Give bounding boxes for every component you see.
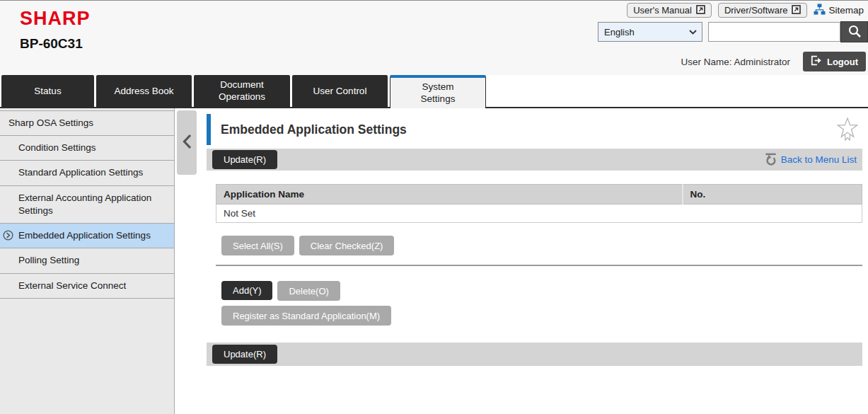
title-row: Embedded Application Settings bbox=[207, 114, 862, 145]
back-to-menu-label: Back to Menu List bbox=[781, 154, 857, 165]
sidebar-item-sharp-osa-settings[interactable]: Sharp OSA Settings bbox=[0, 110, 174, 135]
back-to-menu-link[interactable]: Back to Menu List bbox=[764, 152, 857, 168]
register-button-row: Register as Standard Application(M) bbox=[221, 306, 868, 326]
update-button-top[interactable]: Update(R) bbox=[212, 150, 277, 169]
sidebar-item-label: Embedded Application Settings bbox=[18, 230, 151, 241]
driver-software-button[interactable]: Driver/Software bbox=[718, 3, 808, 18]
circle-chevron-icon bbox=[3, 230, 13, 241]
tab-system-settings[interactable]: System Settings bbox=[390, 75, 486, 108]
search-input[interactable] bbox=[708, 22, 840, 42]
applications-table: Application Name No. Not Set bbox=[216, 184, 862, 223]
tab-bar: Status Address Book Document Operations … bbox=[0, 75, 868, 108]
sidebar-item-label: External Service Connect bbox=[18, 280, 126, 291]
language-select-wrap: English bbox=[598, 22, 702, 42]
clear-checked-button[interactable]: Clear Checked(Z) bbox=[299, 236, 395, 255]
top-toolbar: Update(R) Back to Menu List bbox=[207, 149, 862, 171]
sidebar-item-label: Sharp OSA Settings bbox=[8, 117, 93, 128]
tab-user-control-label: User Control bbox=[313, 86, 367, 96]
sidebar-item-embedded-application-settings[interactable]: Embedded Application Settings bbox=[0, 223, 174, 248]
sidebar-item-label: Standard Application Settings bbox=[18, 167, 143, 178]
tab-status-label: Status bbox=[34, 86, 61, 96]
user-name-value: Administrator bbox=[734, 57, 790, 67]
logout-label: Logout bbox=[827, 57, 858, 67]
selection-button-row: Select All(S) Clear Checked(Z) bbox=[221, 236, 868, 255]
logout-icon bbox=[811, 55, 822, 68]
sitemap-icon bbox=[814, 4, 826, 17]
header: SHARP BP-60C31 User's Manual Driver/Soft… bbox=[0, 1, 868, 75]
tab-system-settings-label: System Settings bbox=[410, 81, 466, 105]
column-no: No. bbox=[683, 185, 862, 205]
chevron-left-icon bbox=[182, 134, 192, 152]
select-all-button[interactable]: Select All(S) bbox=[221, 236, 294, 255]
users-manual-label: User's Manual bbox=[633, 5, 692, 16]
users-manual-button[interactable]: User's Manual bbox=[627, 3, 712, 18]
external-link-icon bbox=[696, 5, 705, 16]
user-row: User Name: Administrator Logout bbox=[681, 52, 866, 71]
user-name-text: User Name: Administrator bbox=[681, 57, 790, 67]
column-application-name: Application Name bbox=[216, 185, 683, 205]
tab-document-operations-label: Document Operations bbox=[214, 79, 270, 103]
update-button-bottom[interactable]: Update(R) bbox=[212, 345, 277, 364]
back-to-top-icon bbox=[764, 152, 777, 168]
delete-button[interactable]: Delete(O) bbox=[277, 281, 340, 301]
tab-document-operations[interactable]: Document Operations bbox=[194, 75, 290, 107]
sidebar-item-label: Polling Setting bbox=[18, 255, 79, 265]
sidebar-item-label: External Accounting Application Settings bbox=[18, 192, 151, 216]
sitemap-label: Sitemap bbox=[828, 5, 864, 16]
driver-software-label: Driver/Software bbox=[724, 5, 788, 16]
top-links: User's Manual Driver/Software Sitemap bbox=[627, 3, 864, 18]
language-select[interactable]: English bbox=[598, 22, 702, 42]
sidebar-item-condition-settings[interactable]: Condition Settings bbox=[0, 135, 174, 160]
table-row: Not Set bbox=[216, 205, 862, 223]
tab-user-control[interactable]: User Control bbox=[292, 75, 388, 107]
application-name-cell: Not Set bbox=[216, 205, 862, 223]
add-button-row: Add(Y) Delete(O) bbox=[221, 281, 868, 301]
logout-button[interactable]: Logout bbox=[803, 52, 866, 71]
favorite-star-icon[interactable] bbox=[837, 117, 858, 142]
user-name-label: User Name: bbox=[681, 57, 731, 67]
table-header-row: Application Name No. bbox=[216, 185, 862, 205]
language-search-row: English bbox=[598, 21, 868, 42]
sidebar-item-external-service-connect[interactable]: External Service Connect bbox=[0, 273, 174, 299]
sidebar-item-external-accounting-application-settings[interactable]: External Accounting Application Settings bbox=[0, 185, 174, 223]
sidebar-item-label: Condition Settings bbox=[18, 142, 96, 153]
sidebar-collapse-button[interactable] bbox=[177, 110, 197, 175]
sharp-logo: SHARP bbox=[20, 8, 91, 30]
register-standard-application-button[interactable]: Register as Standard Application(M) bbox=[221, 306, 391, 326]
sidebar: Sharp OSA Settings Condition Settings St… bbox=[0, 108, 175, 414]
page-title: Embedded Application Settings bbox=[221, 122, 407, 137]
sidebar-item-polling-setting[interactable]: Polling Setting bbox=[0, 248, 174, 272]
external-link-icon bbox=[792, 5, 801, 16]
main-content: Embedded Application Settings Update(R) … bbox=[207, 108, 868, 414]
tab-status[interactable]: Status bbox=[1, 75, 94, 107]
search-icon bbox=[847, 24, 862, 40]
sitemap-link[interactable]: Sitemap bbox=[814, 4, 864, 17]
tab-address-book[interactable]: Address Book bbox=[96, 75, 192, 107]
sidebar-item-standard-application-settings[interactable]: Standard Application Settings bbox=[0, 160, 174, 185]
tab-address-book-label: Address Book bbox=[114, 86, 173, 96]
page: SHARP BP-60C31 User's Manual Driver/Soft… bbox=[0, 0, 868, 414]
divider bbox=[216, 265, 862, 266]
model-name: BP-60C31 bbox=[20, 36, 83, 52]
add-button[interactable]: Add(Y) bbox=[221, 281, 272, 300]
bottom-toolbar: Update(R) bbox=[207, 343, 862, 366]
search-button[interactable] bbox=[840, 21, 868, 42]
